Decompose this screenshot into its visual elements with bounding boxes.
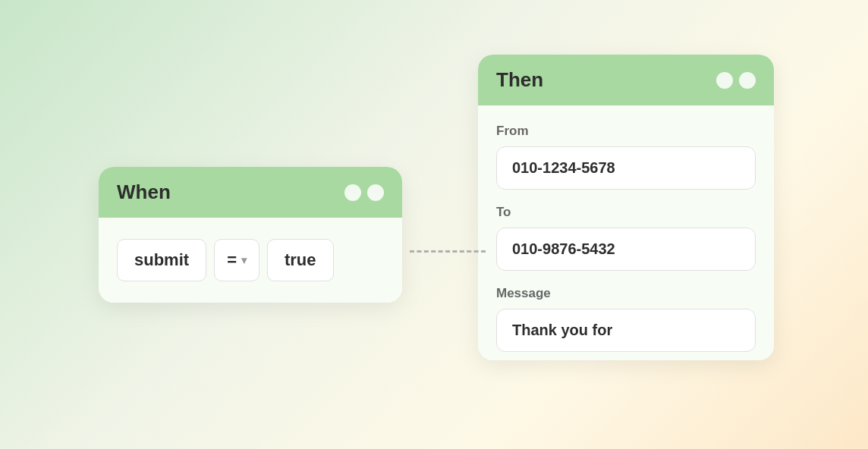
to-label: To [496, 205, 756, 220]
from-label: From [496, 124, 756, 139]
scene: When submit = ▾ true Then [0, 0, 868, 449]
message-overflow: Thank you for [496, 309, 756, 360]
when-dot-2[interactable] [367, 184, 384, 201]
chevron-down-icon: ▾ [241, 254, 247, 266]
when-card-header: When [99, 167, 402, 218]
to-input[interactable]: 010-9876-5432 [496, 228, 756, 271]
when-card-dots [344, 184, 384, 201]
message-input[interactable]: Thank you for [496, 309, 756, 352]
when-card-title: When [117, 181, 171, 204]
operator-value: = [227, 250, 237, 270]
when-card-body: submit = ▾ true [99, 218, 402, 303]
condition-value[interactable]: true [267, 239, 334, 281]
when-dot-1[interactable] [344, 184, 361, 201]
then-dot-2[interactable] [739, 72, 756, 89]
then-card-body: From 010-1234-5678 To 010-9876-5432 Mess… [478, 105, 774, 360]
then-card-dots [716, 72, 756, 89]
message-label: Message [496, 286, 756, 301]
condition-field[interactable]: submit [117, 239, 206, 281]
when-card: When submit = ▾ true [99, 167, 402, 303]
then-card: Then From 010-1234-5678 To 010-9876-5432… [478, 55, 774, 360]
then-card-header: Then [478, 55, 774, 105]
connector-line [410, 250, 486, 253]
condition-row: submit = ▾ true [117, 239, 384, 281]
then-dot-1[interactable] [716, 72, 733, 89]
from-input[interactable]: 010-1234-5678 [496, 146, 756, 190]
condition-operator[interactable]: = ▾ [214, 239, 259, 281]
then-card-title: Then [496, 68, 543, 92]
